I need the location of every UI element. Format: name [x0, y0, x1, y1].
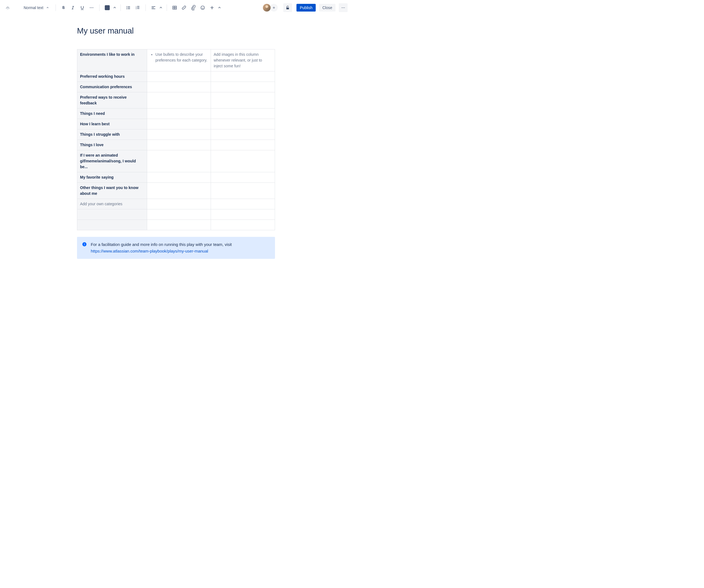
separator — [99, 4, 100, 11]
bold-button[interactable] — [59, 3, 68, 12]
italic-button[interactable] — [68, 3, 77, 12]
table-button[interactable] — [170, 3, 179, 12]
images-cell[interactable] — [211, 129, 275, 140]
category-cell[interactable]: Preferred ways to receive feedback — [77, 92, 147, 109]
preferences-cell[interactable] — [147, 119, 211, 129]
images-cell[interactable] — [211, 140, 275, 150]
attachment-button[interactable] — [189, 3, 198, 12]
bullet-list-button[interactable] — [124, 3, 133, 12]
svg-rect-8 — [128, 8, 130, 9]
table-row[interactable]: Other things I want you to know about me — [77, 183, 275, 199]
table-row[interactable]: Things I love — [77, 140, 275, 150]
category-cell[interactable]: Things I need — [77, 109, 147, 119]
table-row[interactable]: Preferred ways to receive feedback — [77, 92, 275, 109]
preferences-cell[interactable] — [147, 150, 211, 172]
alignment-button[interactable] — [149, 3, 158, 12]
table-row[interactable]: How I learn best — [77, 119, 275, 129]
text-style-label: Normal text — [24, 5, 44, 10]
separator — [167, 4, 167, 11]
svg-point-26 — [342, 7, 342, 8]
info-link[interactable]: https://www.atlassian.com/team-playbook/… — [91, 249, 208, 253]
table-row[interactable] — [77, 220, 275, 230]
page-more-button[interactable] — [339, 3, 348, 12]
images-cell[interactable] — [211, 183, 275, 199]
table-row[interactable] — [77, 209, 275, 220]
restrictions-button[interactable] — [283, 3, 292, 12]
images-cell[interactable] — [211, 82, 275, 92]
preferences-cell[interactable] — [147, 209, 211, 220]
images-cell[interactable] — [211, 119, 275, 129]
alignment-dropdown[interactable] — [158, 3, 163, 12]
table-row[interactable]: Things I struggle with — [77, 129, 275, 140]
table-row[interactable]: Preferred working hours — [77, 71, 275, 82]
category-cell[interactable]: Other things I want you to know about me — [77, 183, 147, 199]
images-cell[interactable] — [211, 150, 275, 172]
svg-rect-14 — [137, 8, 139, 9]
link-button[interactable] — [180, 3, 188, 12]
preferences-cell[interactable] — [147, 82, 211, 92]
images-cell[interactable] — [211, 71, 275, 82]
underline-button[interactable] — [78, 3, 86, 12]
preferences-cell[interactable] — [147, 92, 211, 109]
images-cell[interactable] — [211, 109, 275, 119]
separator — [56, 4, 56, 11]
svg-rect-10 — [137, 6, 139, 7]
preferences-cell[interactable] — [147, 109, 211, 119]
category-cell[interactable]: Things I struggle with — [77, 129, 147, 140]
numbered-list-button[interactable]: 123 — [133, 3, 142, 12]
category-cell[interactable]: Environments I like to work in — [77, 50, 147, 71]
app-logo — [4, 4, 11, 11]
table-row[interactable]: Add your own categories — [77, 199, 275, 209]
images-cell[interactable] — [211, 172, 275, 183]
table-row[interactable]: Environments I like to work inUse bullet… — [77, 50, 275, 71]
category-cell[interactable]: How I learn best — [77, 119, 147, 129]
insert-button[interactable] — [208, 3, 217, 12]
category-cell[interactable] — [77, 220, 147, 230]
text-color-button[interactable] — [103, 3, 112, 12]
preferences-cell[interactable] — [147, 220, 211, 230]
category-cell[interactable] — [77, 209, 147, 220]
unlock-icon — [285, 5, 290, 10]
images-cell[interactable] — [211, 209, 275, 220]
category-cell[interactable]: Add your own categories — [77, 199, 147, 209]
publish-button[interactable]: Publish — [296, 4, 316, 11]
preferences-cell[interactable] — [147, 71, 211, 82]
category-cell[interactable]: Preferred working hours — [77, 71, 147, 82]
category-cell[interactable]: Communication preferences — [77, 82, 147, 92]
preferences-cell[interactable] — [147, 140, 211, 150]
close-button[interactable]: Close — [319, 4, 336, 11]
preferences-cell[interactable] — [147, 199, 211, 209]
images-cell[interactable] — [211, 220, 275, 230]
text-color-dropdown[interactable] — [112, 3, 117, 12]
preferences-cell[interactable] — [147, 172, 211, 183]
emoji-button[interactable] — [198, 3, 207, 12]
preferences-cell[interactable]: Use bullets to describe your preferences… — [147, 50, 211, 71]
svg-rect-16 — [152, 7, 154, 8]
preferences-cell[interactable] — [147, 183, 211, 199]
text-style-selector[interactable]: Normal text — [21, 4, 52, 11]
table-row[interactable]: Things I need — [77, 109, 275, 119]
category-cell[interactable]: Things I love — [77, 140, 147, 150]
images-cell[interactable] — [211, 92, 275, 109]
category-cell[interactable]: If I were an animated gif/meme/animal/so… — [77, 150, 147, 172]
more-icon — [341, 5, 346, 10]
category-cell[interactable]: My favorite saying — [77, 172, 147, 183]
svg-point-30 — [84, 243, 85, 244]
more-formatting-button[interactable] — [87, 3, 96, 12]
add-collaborator-button[interactable] — [270, 4, 278, 11]
svg-rect-15 — [152, 6, 155, 7]
images-cell[interactable]: Add images in this column whenever relev… — [211, 50, 275, 71]
insert-dropdown[interactable] — [217, 3, 222, 12]
preferences-cell[interactable] — [147, 129, 211, 140]
table-row[interactable]: If I were an animated gif/meme/animal/so… — [77, 150, 275, 172]
table-row[interactable]: Communication preferences — [77, 82, 275, 92]
info-panel[interactable]: For a facilitation guide and more info o… — [77, 237, 275, 259]
page-title[interactable]: My user manual — [77, 26, 275, 36]
user-manual-table[interactable]: Environments I like to work inUse bullet… — [77, 49, 275, 230]
user-avatar[interactable] — [263, 4, 271, 11]
svg-point-1 — [91, 7, 92, 8]
svg-rect-12 — [137, 7, 139, 8]
svg-point-27 — [343, 7, 344, 8]
table-row[interactable]: My favorite saying — [77, 172, 275, 183]
images-cell[interactable] — [211, 199, 275, 209]
